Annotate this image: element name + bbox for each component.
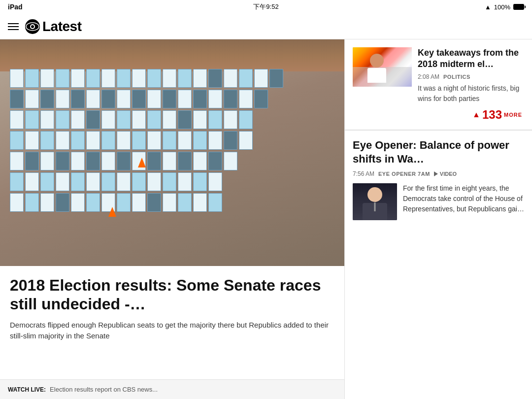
story-1-thumb-img: [353, 47, 412, 87]
booth: [147, 131, 161, 150]
person2-head: [367, 187, 382, 202]
booth: [224, 152, 237, 170]
person-head: [370, 54, 384, 67]
booth: [86, 172, 100, 191]
booth: [239, 110, 253, 129]
watch-live-label: WATCH LIVE:: [8, 386, 46, 393]
booth: [163, 152, 176, 170]
booth: [163, 69, 176, 88]
booth: [178, 110, 192, 129]
booth: [269, 69, 283, 88]
booth: [147, 110, 161, 129]
booth: [132, 193, 146, 212]
booth: [117, 193, 131, 212]
story-card-1[interactable]: Key takeaways from the 2018 midterm el… …: [345, 39, 532, 130]
booth: [117, 90, 131, 108]
cbs-logo-icon: [25, 19, 40, 34]
booth: [56, 110, 69, 129]
hero-image[interactable]: [0, 39, 345, 266]
booth: [10, 193, 24, 212]
logo-area: Latest: [25, 19, 81, 34]
story-card-1-top: Key takeaways from the 2018 midterm el… …: [353, 47, 524, 104]
more-button-area[interactable]: ▲ 133 MORE: [353, 108, 524, 122]
story-1-info: Key takeaways from the 2018 midterm el… …: [418, 47, 524, 104]
battery-percent: 100%: [494, 3, 510, 11]
story-1-description: It was a night of historic firsts, big w…: [418, 83, 524, 104]
booth: [208, 69, 222, 88]
story-card-2[interactable]: Eye Opener: Balance of power shifts in W…: [345, 131, 532, 399]
watch-live-bar[interactable]: WATCH LIVE: Election results report on C…: [0, 379, 344, 399]
booth: [25, 131, 39, 150]
hamburger-line-2: [8, 26, 19, 27]
cone-icon: [138, 158, 146, 167]
booth-row-3: [10, 110, 335, 129]
booth: [56, 172, 69, 191]
booth: [254, 90, 268, 108]
story-1-title[interactable]: Key takeaways from the 2018 midterm el…: [418, 47, 524, 70]
main-layout: 2018 Election results: Some Senate races…: [0, 39, 532, 399]
booth: [71, 152, 85, 170]
story-1-time: 2:08 AM: [418, 73, 439, 80]
booth-row-5: [10, 152, 335, 170]
booth: [208, 193, 222, 212]
story-2-content: For the first time in eight years, the D…: [353, 183, 524, 220]
booth: [10, 69, 24, 88]
booth: [239, 131, 253, 150]
booth: [101, 172, 115, 191]
booth: [117, 110, 131, 129]
booth: [224, 69, 237, 88]
story-2-title[interactable]: Eye Opener: Balance of power shifts in W…: [353, 138, 524, 166]
booth: [71, 172, 85, 191]
menu-button[interactable]: [8, 23, 19, 30]
booth: [178, 172, 192, 191]
story-1-category: POLITICS: [443, 74, 470, 80]
story-2-meta: 7:56 AM EYE OPENER 7AM VIDEO: [353, 170, 524, 177]
battery-icon: [513, 4, 524, 10]
booth: [163, 172, 176, 191]
booth: [86, 152, 100, 170]
hero-article-title[interactable]: 2018 Election results: Some Senate races…: [10, 276, 334, 314]
person-figure: [367, 54, 386, 83]
booth: [178, 90, 192, 108]
booth: [224, 110, 237, 129]
booth-row-6: [10, 172, 335, 191]
app-header: Latest: [0, 14, 532, 39]
booth: [193, 152, 207, 170]
booth: [101, 69, 115, 88]
story-1-thumbnail: [353, 47, 412, 87]
booth: [25, 193, 39, 212]
booth: [254, 69, 268, 88]
booth: [71, 69, 85, 88]
booth: [163, 90, 176, 108]
booth: [40, 131, 54, 150]
booth: [224, 131, 237, 150]
booth: [117, 152, 131, 170]
video-badge: VIDEO: [434, 171, 457, 177]
booth: [147, 69, 161, 88]
booth: [10, 172, 24, 191]
booth: [132, 172, 146, 191]
booth: [147, 152, 161, 170]
booth: [208, 110, 222, 129]
booth: [132, 69, 146, 88]
booth: [10, 152, 24, 170]
booth: [208, 90, 222, 108]
cone-icon: [108, 207, 116, 217]
booth: [147, 193, 161, 212]
booth: [193, 172, 207, 191]
booth: [71, 131, 85, 150]
booth: [10, 90, 24, 108]
battery-fill: [514, 4, 524, 9]
booth: [163, 110, 176, 129]
booth-row-1: [10, 69, 335, 88]
booth: [132, 110, 146, 129]
booth: [56, 152, 69, 170]
booth-row-4: [10, 131, 335, 150]
booth: [208, 152, 222, 170]
booth: [56, 69, 69, 88]
booth: [40, 90, 54, 108]
booth: [86, 193, 100, 212]
watch-live-text: Election results report on CBS news...: [50, 386, 158, 393]
booth: [193, 69, 207, 88]
voting-hall-bg: [0, 39, 345, 266]
